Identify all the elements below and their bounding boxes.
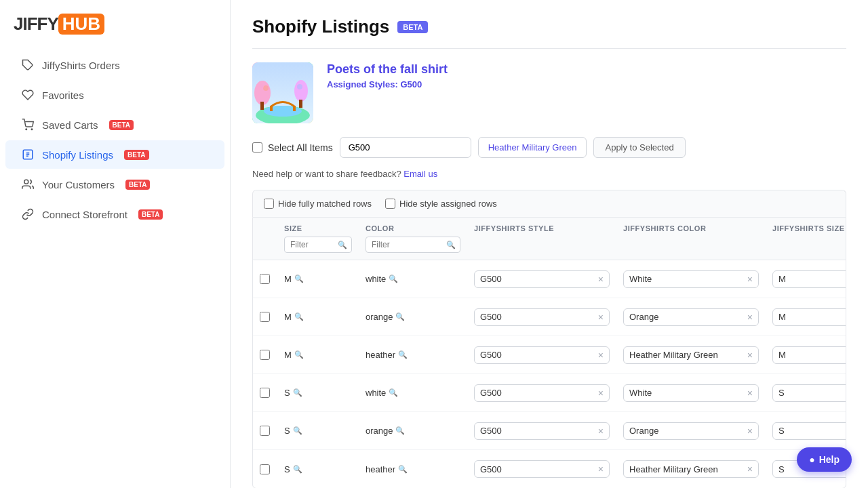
search-icon[interactable]: 🔍 bbox=[294, 274, 304, 283]
js-color-remove-icon[interactable]: × bbox=[747, 274, 753, 285]
search-icon[interactable]: 🔍 bbox=[395, 426, 405, 435]
sidebar-item-saved-carts[interactable]: Saved Carts BETA bbox=[5, 110, 224, 139]
search-icon[interactable]: 🔍 bbox=[389, 274, 398, 283]
js-color-remove-icon[interactable]: × bbox=[747, 350, 753, 361]
row-checkbox[interactable] bbox=[260, 274, 270, 284]
row-color-cell: white 🔍 bbox=[359, 382, 467, 403]
email-us-link[interactable]: Email us bbox=[403, 169, 437, 179]
js-style-remove-icon[interactable]: × bbox=[598, 312, 604, 323]
hide-matched-checkbox[interactable] bbox=[264, 199, 274, 209]
js-style-remove-icon[interactable]: × bbox=[598, 464, 604, 474]
style-input[interactable] bbox=[340, 137, 471, 158]
js-color-tag[interactable]: Heather Military Green × bbox=[623, 346, 759, 364]
js-color-remove-icon[interactable]: × bbox=[747, 426, 753, 436]
js-size-tag[interactable]: M × bbox=[772, 308, 846, 326]
sidebar-item-label: Shopify Listings bbox=[42, 149, 113, 161]
page-title-row: Shopify Listings BETA bbox=[252, 16, 846, 49]
search-icon[interactable]: 🔍 bbox=[293, 388, 302, 397]
sidebar-item-connect-storefront[interactable]: Connect Storefront BETA bbox=[5, 200, 224, 228]
sidebar-item-jiffyshirts-orders[interactable]: JiffyShirts Orders bbox=[5, 51, 224, 79]
row-checkbox[interactable] bbox=[260, 464, 270, 474]
row-checkbox-cell bbox=[253, 382, 277, 403]
svg-point-1 bbox=[26, 129, 27, 130]
table-row: S 🔍 white 🔍 G500 × White × bbox=[253, 374, 846, 412]
row-checkbox[interactable] bbox=[260, 388, 270, 398]
sidebar: JIFFYHUB JiffyShirts Orders Favorites Sa… bbox=[0, 0, 231, 488]
js-size-tag[interactable]: S × bbox=[772, 422, 846, 440]
js-color-remove-icon[interactable]: × bbox=[747, 388, 753, 399]
js-style-tag[interactable]: G500 × bbox=[474, 384, 610, 402]
js-style-value: G500 bbox=[480, 388, 595, 398]
hide-assigned-filter[interactable]: Hide style assigned rows bbox=[385, 199, 497, 209]
table-row: M 🔍 white 🔍 G500 × White × bbox=[253, 260, 846, 298]
search-icon[interactable]: 🔍 bbox=[293, 426, 302, 435]
js-style-tag[interactable]: G500 × bbox=[474, 346, 610, 364]
sidebar-item-your-customers[interactable]: Your Customers BETA bbox=[5, 170, 224, 199]
svg-point-14 bbox=[263, 85, 269, 91]
svg-point-4 bbox=[24, 180, 28, 184]
js-size-tag[interactable]: M × bbox=[772, 270, 846, 288]
color-select-button[interactable]: Heather Military Green bbox=[478, 137, 587, 158]
js-size-value: S bbox=[778, 426, 846, 436]
js-color-tag[interactable]: White × bbox=[623, 270, 759, 288]
row-checkbox[interactable] bbox=[260, 350, 270, 360]
row-size-cell: S 🔍 bbox=[277, 420, 359, 441]
logo-jiffy: JIFFY bbox=[14, 14, 58, 35]
link-icon bbox=[22, 208, 34, 220]
js-style-remove-icon[interactable]: × bbox=[598, 350, 604, 361]
hide-matched-filter[interactable]: Hide fully matched rows bbox=[264, 199, 372, 209]
js-style-remove-icon[interactable]: × bbox=[598, 388, 604, 399]
row-color-value: orange bbox=[366, 312, 393, 322]
select-all-checkbox[interactable] bbox=[252, 142, 262, 152]
users-icon bbox=[22, 178, 34, 190]
sidebar-item-shopify-listings[interactable]: Shopify Listings BETA bbox=[5, 140, 224, 169]
js-style-tag[interactable]: G500 × bbox=[474, 460, 610, 478]
js-color-tag[interactable]: Orange × bbox=[623, 308, 759, 326]
js-style-remove-icon[interactable]: × bbox=[598, 274, 604, 285]
hide-assigned-checkbox[interactable] bbox=[385, 199, 395, 209]
js-color-tag[interactable]: Heather Military Green × bbox=[623, 460, 759, 478]
sidebar-item-label: Saved Carts bbox=[42, 119, 98, 131]
search-icon[interactable]: 🔍 bbox=[398, 465, 408, 474]
js-style-tag[interactable]: G500 × bbox=[474, 270, 610, 288]
js-color-value: Orange bbox=[629, 426, 745, 436]
tag-icon bbox=[22, 59, 34, 71]
search-icon[interactable]: 🔍 bbox=[294, 350, 304, 359]
hide-assigned-label: Hide style assigned rows bbox=[399, 199, 497, 209]
product-image bbox=[252, 62, 313, 123]
svg-point-7 bbox=[264, 106, 302, 117]
search-icon[interactable]: 🔍 bbox=[398, 350, 408, 359]
js-color-remove-icon[interactable]: × bbox=[747, 464, 753, 474]
search-icon[interactable]: 🔍 bbox=[293, 465, 302, 474]
row-checkbox-cell bbox=[253, 306, 277, 327]
row-checkbox-cell bbox=[253, 268, 277, 289]
row-checkbox[interactable] bbox=[260, 312, 270, 322]
row-size-value: M bbox=[284, 350, 292, 360]
js-style-tag[interactable]: G500 × bbox=[474, 422, 610, 440]
main-content: Shopify Listings BETA bbox=[231, 0, 868, 488]
apply-to-selected-button[interactable]: Apply to Selected bbox=[593, 137, 685, 158]
beta-badge: BETA bbox=[125, 180, 150, 190]
search-icon[interactable]: 🔍 bbox=[395, 312, 405, 321]
search-icon[interactable]: 🔍 bbox=[389, 388, 398, 397]
js-style-tag[interactable]: G500 × bbox=[474, 308, 610, 326]
product-name: Poets of the fall shirt bbox=[327, 62, 448, 77]
js-style-remove-icon[interactable]: × bbox=[598, 426, 604, 436]
js-style-value: G500 bbox=[480, 350, 595, 360]
js-size-tag[interactable]: M × bbox=[772, 346, 846, 364]
js-color-remove-icon[interactable]: × bbox=[747, 312, 753, 323]
page-title: Shopify Listings bbox=[252, 16, 389, 37]
row-js-color-cell: Orange × bbox=[616, 417, 766, 445]
row-size-value: M bbox=[284, 312, 292, 322]
js-style-value: G500 bbox=[480, 312, 595, 322]
sidebar-item-favorites[interactable]: Favorites bbox=[5, 81, 224, 109]
row-checkbox[interactable] bbox=[260, 426, 270, 436]
help-button[interactable]: ● Help bbox=[797, 447, 852, 472]
select-all-label[interactable]: Select All Items bbox=[268, 142, 333, 153]
row-color-value: heather bbox=[366, 464, 395, 474]
row-color-value: orange bbox=[366, 426, 393, 436]
js-size-tag[interactable]: S × bbox=[772, 384, 846, 402]
search-icon[interactable]: 🔍 bbox=[294, 312, 304, 321]
js-color-tag[interactable]: White × bbox=[623, 384, 759, 402]
js-color-tag[interactable]: Orange × bbox=[623, 422, 759, 440]
